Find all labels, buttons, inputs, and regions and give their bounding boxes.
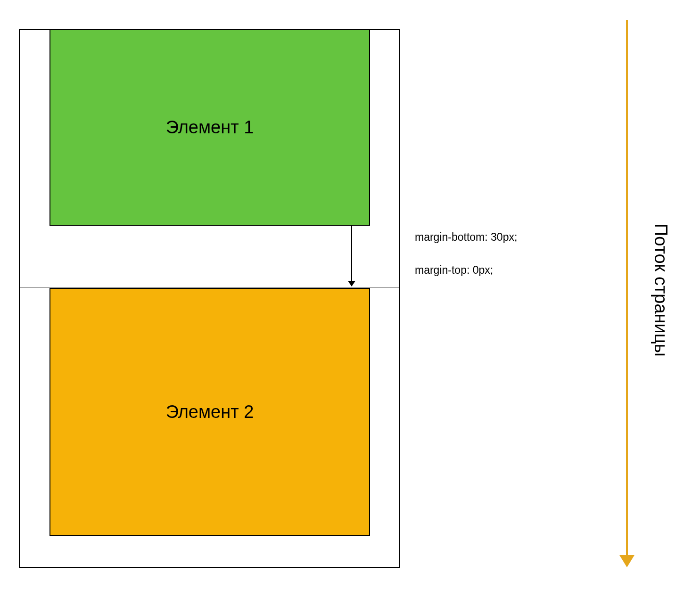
margin-bottom-label: margin-bottom: 30px; xyxy=(415,231,517,244)
element-1-label: Элемент 1 xyxy=(166,117,254,138)
flow-arrow-head-icon xyxy=(619,555,634,567)
diagram-stage: Элемент 1 Элемент 2 margin-bottom: 30px;… xyxy=(0,0,700,597)
margin-top-label: margin-top: 0px; xyxy=(415,264,493,277)
element-1-box: Элемент 1 xyxy=(49,29,370,226)
flow-label: Поток страницы xyxy=(651,148,669,431)
element-2-label: Элемент 2 xyxy=(166,402,254,422)
margin-arrow-icon xyxy=(351,226,352,286)
element-2-box: Элемент 2 xyxy=(49,288,370,536)
flow-arrow-line-icon xyxy=(626,20,628,556)
